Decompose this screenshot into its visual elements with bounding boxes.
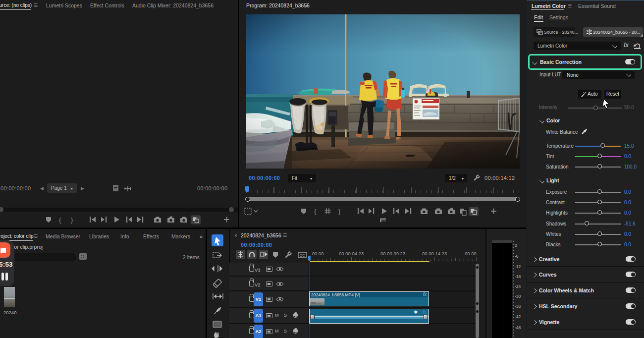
svg-text:{: { xyxy=(314,208,317,215)
svg-text:}: } xyxy=(338,208,341,215)
svg-text:T: T xyxy=(215,334,218,338)
svg-text:CC: CC xyxy=(300,253,305,258)
svg-text:{: { xyxy=(59,216,61,224)
svg-text:}: } xyxy=(71,216,73,224)
